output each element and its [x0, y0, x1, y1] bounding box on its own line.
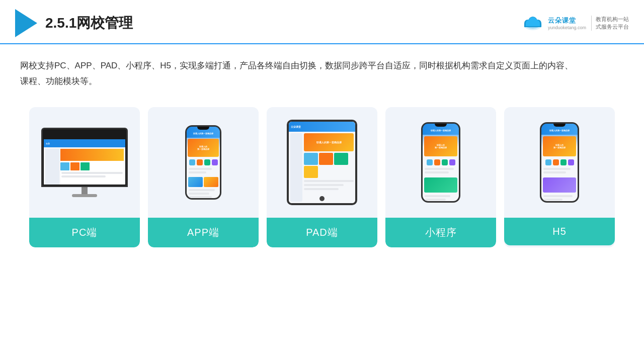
mini-lines-2 [423, 194, 459, 201]
mini-icon-3 [442, 159, 448, 165]
monitor-cards [60, 162, 124, 170]
h5-icon-3 [560, 159, 567, 165]
h5-icon-4 [568, 159, 574, 165]
phone-lines [187, 167, 220, 176]
brand-text: 云朵课堂 yunduoketang.com [548, 16, 586, 30]
tablet-cards [304, 153, 354, 178]
monitor-banner [60, 149, 124, 161]
tab-card-3 [334, 153, 348, 165]
h5-phone: 职通人的第一堂精品课 职通人的第一堂精品课 [540, 122, 579, 203]
monitor: 云朵 [41, 128, 128, 187]
monitor-card-2 [70, 162, 79, 170]
cloud-logo: 云朵课堂 yunduoketang.com 教育机构一站式服务云平台 [521, 15, 629, 31]
phone-card-2 [204, 177, 218, 187]
header: 2.5.1网校管理 [0, 0, 644, 44]
monitor-card-1 [60, 162, 69, 170]
monitor-card-3 [80, 162, 90, 170]
cloud-icon [521, 15, 545, 31]
monitor-sidebar [45, 149, 59, 185]
pc-label: PC端 [29, 218, 140, 247]
h5-icon-2 [553, 159, 559, 165]
pc-mockup: 云朵 [39, 128, 130, 197]
mini-icon-2 [434, 159, 440, 165]
tab-card-4 [304, 166, 318, 178]
monitor-base [72, 194, 97, 197]
tablet-top-bar: 云朵课堂 [289, 122, 355, 132]
brand-name: 云朵课堂 [548, 16, 576, 25]
app-image-area: 职通人的第一堂精品课 职通人的第一堂精品课 [148, 107, 259, 218]
app-label: APP端 [148, 218, 259, 247]
pad-label: PAD端 [267, 218, 377, 247]
logo-triangle-icon [15, 9, 37, 37]
app-phone-mockup: 职通人的第一堂精品课 职通人的第一堂精品课 [185, 125, 221, 200]
header-left: 2.5.1网校管理 [15, 9, 133, 37]
phone-cards [187, 176, 220, 188]
mini-icons [423, 158, 459, 167]
tablet-screen: 云朵课堂 职通人的第一堂精品课 [289, 122, 355, 203]
h5-icon-1 [545, 159, 551, 165]
page-title: 2.5.1网校管理 [45, 14, 133, 33]
miniprogram-label: 小程序 [385, 218, 496, 247]
cards-row: 云朵 [20, 107, 624, 247]
phone-banner: 职通人的第一堂精品课 [188, 139, 219, 157]
app-card: 职通人的第一堂精品课 职通人的第一堂精品课 [148, 107, 259, 247]
tablet-mockup: 云朵课堂 职通人的第一堂精品课 [287, 120, 357, 205]
svg-rect-12 [526, 23, 540, 26]
brand-slogan: 教育机构一站式服务云平台 [591, 16, 629, 31]
tablet-banner: 职通人的第一堂精品课 [304, 133, 354, 151]
icon-1 [189, 159, 195, 165]
mini-notch [435, 124, 447, 127]
miniprogram-image-area: 职通人的第一堂精品课 职通人的第一堂精品课 [385, 107, 496, 218]
pad-image-area: 云朵课堂 职通人的第一堂精品课 [267, 107, 377, 218]
h5-lines [541, 167, 578, 176]
mini-banner: 职通人的第一堂精品课 [424, 136, 457, 156]
tab-card-2 [319, 153, 333, 165]
pc-image-area: 云朵 [29, 107, 140, 218]
tablet-content: 职通人的第一堂精品课 [289, 132, 355, 203]
miniprogram-phone: 职通人的第一堂精品课 职通人的第一堂精品课 [421, 122, 460, 203]
phone-card-1 [188, 177, 203, 187]
phone-screen: 职通人的第一堂精品课 职通人的第一堂精品课 [187, 127, 220, 198]
header-right: 云朵课堂 yunduoketang.com 教育机构一站式服务云平台 [521, 15, 629, 31]
mini-screen: 职通人的第一堂精品课 职通人的第一堂精品课 [423, 124, 459, 201]
h5-banner: 职通人的第一堂精品课 [543, 136, 576, 156]
monitor-main [60, 149, 124, 185]
h5-card: 职通人的第一堂精品课 职通人的第一堂精品课 [504, 107, 615, 247]
icon-2 [197, 159, 203, 165]
monitor-stand [82, 187, 88, 194]
phone-icons [187, 158, 220, 167]
tablet-home-btn [319, 196, 325, 201]
main-content: 网校支持PC、APP、PAD、小程序、H5，实现多端打通，产品各终端自由切换，数… [0, 44, 644, 257]
tablet-main: 职通人的第一堂精品课 [304, 133, 354, 202]
tab-card-1 [304, 153, 318, 165]
h5-screen: 职通人的第一堂精品课 职通人的第一堂精品课 [541, 124, 578, 201]
miniprogram-card: 职通人的第一堂精品课 职通人的第一堂精品课 [385, 107, 496, 247]
tablet-sidebar [290, 133, 302, 202]
brand-url: yunduoketang.com [548, 25, 586, 30]
phone-lines-2 [187, 188, 220, 198]
icon-3 [204, 159, 210, 165]
phone-notch [197, 127, 209, 130]
monitor-screen: 云朵 [44, 139, 125, 185]
icon-4 [212, 159, 218, 165]
mini-lines [423, 167, 459, 176]
mini-icon-4 [449, 159, 455, 165]
pc-card: 云朵 [29, 107, 140, 247]
mini-icon-1 [427, 159, 433, 165]
h5-notch [553, 124, 566, 127]
pad-card: 云朵课堂 职通人的第一堂精品课 [267, 107, 377, 247]
h5-icons [541, 158, 578, 167]
h5-lines-2 [541, 194, 578, 201]
description-text: 网校支持PC、APP、PAD、小程序、H5，实现多端打通，产品各终端自由切换，数… [20, 58, 574, 89]
monitor-top-bar: 云朵 [44, 139, 125, 147]
h5-image-area: 职通人的第一堂精品课 职通人的第一堂精品课 [504, 107, 615, 218]
h5-label: H5 [504, 218, 615, 245]
monitor-content [44, 147, 125, 185]
